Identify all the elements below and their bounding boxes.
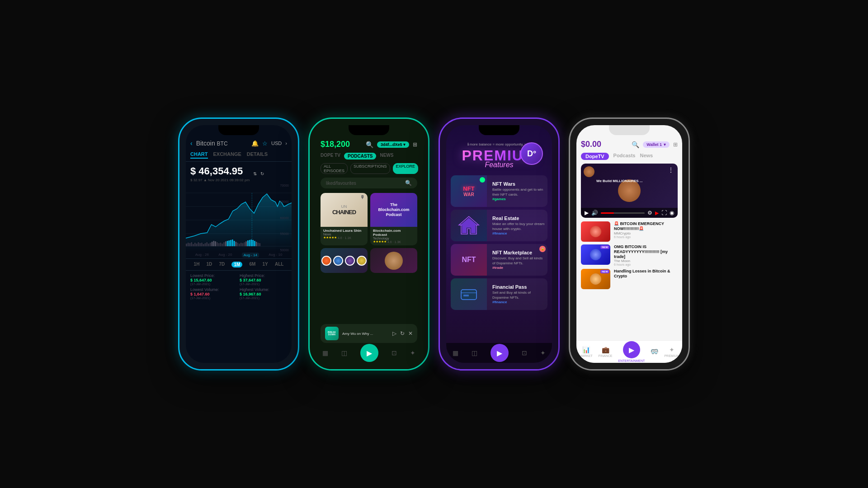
svg-rect-9	[193, 244, 194, 246]
feature-nft-wars[interactable]: NFT WAR NFT Wars Battle opponents and ge…	[451, 175, 547, 207]
ep-subs[interactable]: SUBSCRIPTIONS	[350, 163, 390, 174]
play-pause-btn[interactable]: ▶	[585, 210, 589, 216]
forward-icon[interactable]: ↻	[400, 330, 405, 337]
tf-all[interactable]: ALL	[275, 262, 283, 267]
entertainment-label: ENTERTAINMENT	[618, 359, 645, 362]
premium-icon: ✦	[669, 346, 675, 353]
youtube-logo: ▶	[655, 211, 659, 216]
svg-rect-16	[205, 243, 206, 246]
p4-nav-entertainment[interactable]: ▶ ENTERTAINMENT	[618, 341, 645, 362]
podcast-unchained[interactable]: UN CHAINED 🎙 Unchained Laura Shin News ★…	[321, 193, 368, 245]
p1-time-filters: 1H 1D 7D 1M 6M 1Y ALL	[186, 258, 292, 271]
entertainment-center-btn[interactable]: ▶	[623, 341, 640, 358]
svg-rect-52	[461, 290, 476, 300]
new-badge-2: NEW	[600, 245, 609, 249]
video-more-icon[interactable]: ⋮	[668, 166, 674, 174]
search-placeholder: liked/favourites	[326, 181, 356, 186]
p4-tab-podcasts[interactable]: Podcasts	[613, 153, 636, 160]
nav-news[interactable]: NEWS	[380, 153, 393, 160]
phone-2-screen: $18,200 🔍 3d4f...dXe5 ▾ ⊞ DOPE TV PODCAS…	[316, 125, 422, 363]
fullscreen-btn[interactable]: ⛶	[661, 210, 667, 216]
podcast-face[interactable]	[370, 248, 417, 273]
nav-vr-icon[interactable]: ⊡	[392, 349, 397, 357]
podcast-blockchain[interactable]: TheBlockchain.comPodcast Blockchain.com …	[370, 193, 417, 245]
tf-1d[interactable]: 1D	[207, 262, 212, 267]
nav-podcasts[interactable]: PODCASTS	[344, 153, 377, 160]
tf-1y[interactable]: 1Y	[263, 262, 268, 267]
p4-tab-news[interactable]: News	[640, 153, 653, 160]
nav-wallet-icon[interactable]: ◫	[341, 349, 347, 357]
filter-icon[interactable]: ⇅	[253, 171, 257, 176]
settings-btn-2[interactable]: ◉	[670, 210, 674, 216]
refresh-icon[interactable]: ↻	[260, 171, 264, 176]
blockchain-name: Blockchain.com Podcast	[373, 229, 415, 237]
p2-bottom-nav: ▦ ◫ ▶ ⊡ ✦	[316, 343, 422, 363]
p4-content: $0.00 🔍 Wallet 1 ▾ ⊞ DopeTV Podcasts New…	[576, 125, 682, 363]
ep-all[interactable]: ALL EPISODES	[321, 163, 348, 174]
video-thumb-2: NEW	[581, 244, 610, 265]
p3-nav-vr[interactable]: ⊡	[522, 349, 527, 357]
nav-play-center[interactable]: ▶	[360, 344, 378, 362]
nav-dopetv[interactable]: DOPE TV	[321, 153, 340, 160]
video-item-2[interactable]: NEW OMG BITCOIN IS READYYYYYYY!!!!!!!!!!…	[581, 244, 678, 266]
close-mini-icon[interactable]: ✕	[408, 330, 413, 337]
p3-nav-wallet[interactable]: ◫	[472, 349, 477, 357]
p2-search-bar[interactable]: liked/favourites 🔍	[321, 178, 417, 188]
p3-subtitle: ℹ more balance = more opportunity, with	[467, 142, 531, 146]
wallet-button[interactable]: 3d4f...dXe5 ▾	[377, 141, 409, 148]
p4-nav-premium[interactable]: ✦ PREMIUM	[664, 346, 679, 357]
play-icon[interactable]: ▷	[392, 330, 396, 337]
tab-exchange[interactable]: EXCHANGE	[213, 151, 241, 159]
p4-grid-icon[interactable]: ⊞	[673, 141, 678, 148]
tf-6m[interactable]: 6M	[250, 262, 256, 267]
video-item-1[interactable]: 🚨 BITCOIN EMERGENCY NOW!!!!!!!!!!!🚨 MMCr…	[581, 221, 678, 242]
nav-bar-chart-icon[interactable]: ▦	[322, 349, 328, 357]
p1-content: ‹ Bitcoin BTC 🔔 ☆ USD › CHART EXCHANGE D…	[186, 125, 292, 363]
p3-nav-center[interactable]: ▶	[491, 344, 509, 362]
back-icon[interactable]: ‹	[190, 140, 193, 147]
video-item-3[interactable]: NEW Handling Losses in Bitcoin & Crypto	[581, 269, 678, 289]
p4-nav-finance[interactable]: 💼 FINANCE	[599, 346, 613, 357]
tab-details[interactable]: DETAILS	[247, 151, 268, 159]
p4-tab-dopetv[interactable]: DopeTV	[581, 153, 609, 160]
tf-7d[interactable]: 7D	[219, 262, 225, 267]
svg-rect-14	[201, 243, 203, 246]
search-submit-icon[interactable]: 🔍	[405, 180, 412, 186]
new-badge-3: NEW	[600, 270, 609, 273]
bell-icon[interactable]: 🔔	[251, 140, 259, 147]
p3-nav-chart[interactable]: ▦	[453, 349, 458, 357]
p2-header: $18,200 🔍 3d4f...dXe5 ▾ ⊞	[316, 138, 422, 151]
volume-btn[interactable]: 🔊	[591, 210, 598, 216]
grid-icon[interactable]: ⊞	[413, 141, 417, 148]
settings-btn[interactable]: ⚙	[647, 210, 652, 216]
tab-chart[interactable]: CHART	[190, 151, 208, 159]
stat-highest-price: Highest Price: $ 37,647.60 (17-Jan-2021)	[240, 273, 287, 286]
p4-wallet-button[interactable]: Wallet 1 ▾	[643, 141, 670, 148]
feature-nft-marketplace[interactable]: NFT 🔒 NFT Marketplace Discover, Buy and …	[451, 244, 547, 276]
svg-rect-8	[191, 242, 192, 246]
ep-explore[interactable]: EXPLORE	[393, 163, 419, 174]
p1-coin-title: Bitcoin BTC	[196, 140, 248, 147]
tf-1h[interactable]: 1H	[194, 262, 200, 267]
p2-price: $18,200	[321, 140, 362, 149]
tf-1m[interactable]: 1M	[231, 262, 242, 267]
feature-real-estate[interactable]: Real Estate Make an offer to buy your dr…	[451, 210, 547, 241]
p4-nav-vr[interactable]: 🥽	[651, 348, 658, 356]
nav-ar-icon[interactable]: ✦	[410, 349, 415, 357]
p4-nav-market[interactable]: 📊 MARKET	[580, 346, 593, 357]
phones-container: ‹ Bitcoin BTC 🔔 ☆ USD › CHART EXCHANGE D…	[160, 99, 708, 389]
podcast-avatars[interactable]	[321, 248, 368, 273]
star-icon[interactable]: ☆	[262, 140, 268, 147]
search-icon[interactable]: 🔍	[366, 141, 373, 148]
feature-financial-pass[interactable]: Financial Pass Sell and Buy all kinds of…	[451, 278, 547, 310]
video-controls: ▶ 🔊 ⚙ ▶ ⛶ ◉	[581, 208, 678, 218]
svg-rect-12	[198, 242, 199, 246]
p2-content: $18,200 🔍 3d4f...dXe5 ▾ ⊞ DOPE TV PODCAS…	[316, 125, 422, 363]
mini-player-title: Amy Wu on Why ...	[342, 332, 389, 336]
p4-search-icon[interactable]: 🔍	[632, 141, 639, 148]
phone-premium: ℹ more balance = more opportunity, with …	[439, 117, 560, 371]
p3-nav-ar[interactable]: ✦	[540, 349, 546, 357]
progress-bar[interactable]	[601, 212, 645, 214]
phone-dopetv: $0.00 🔍 Wallet 1 ▾ ⊞ DopeTV Podcasts New…	[569, 117, 690, 371]
svg-rect-10	[194, 243, 196, 246]
